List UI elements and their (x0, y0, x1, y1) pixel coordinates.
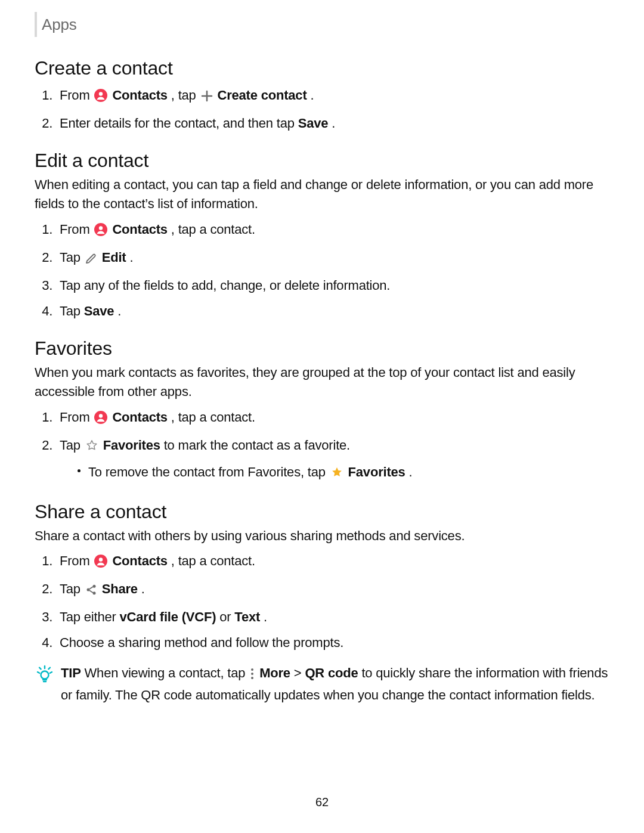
text: Enter details for the contact, and then … (60, 116, 298, 131)
text: Tap (60, 581, 84, 596)
text: . (117, 304, 121, 318)
svg-point-3 (99, 226, 103, 230)
plus-icon (201, 88, 213, 107)
text: Tap either (60, 609, 120, 624)
edit-lead: When editing a contact, you can tap a fi… (35, 175, 609, 213)
edit-steps: From Contacts , tap a contact. Tap Edit … (35, 219, 609, 321)
svg-point-5 (99, 414, 103, 417)
text: . (264, 609, 267, 624)
more-dots-icon (250, 665, 255, 685)
create-contact-label: Create contact (217, 88, 306, 103)
text: From (60, 222, 93, 237)
save-label: Save (298, 116, 329, 131)
svg-point-12 (251, 668, 253, 671)
svg-point-13 (251, 673, 253, 675)
lightbulb-icon (35, 664, 55, 690)
list-item: From Contacts , tap a contact. (56, 407, 609, 429)
heading-favorites: Favorites (35, 337, 609, 360)
text: to mark the contact as a favorite. (164, 438, 350, 453)
list-item: Tap Edit . (56, 247, 609, 270)
text: Tap (60, 304, 84, 318)
contacts-icon (94, 553, 107, 573)
edit-label: Edit (102, 250, 126, 265)
text: , tap (171, 88, 200, 103)
text: . (141, 581, 145, 596)
text: or (219, 609, 234, 624)
tip-block: TIP When viewing a contact, tap More > Q… (35, 663, 609, 705)
list-item: Tap Save . (56, 301, 609, 321)
list-item: From Contacts , tap a contact. (56, 219, 609, 241)
text: . (310, 88, 314, 103)
list-item: Tap any of the fields to add, change, or… (56, 275, 609, 295)
contacts-label: Contacts (112, 410, 168, 425)
text: . (332, 116, 335, 131)
star-filled-icon (330, 465, 343, 484)
text: . (129, 250, 133, 265)
share-steps: From Contacts , tap a contact. Tap Share… (35, 551, 609, 652)
create-steps: From Contacts , tap Create contact . Ent… (35, 85, 609, 133)
text: From (60, 88, 93, 103)
more-label: More (259, 665, 290, 680)
favorites-label: Favorites (348, 465, 405, 479)
svg-point-11 (41, 671, 49, 679)
text: . (409, 465, 413, 479)
contacts-label: Contacts (112, 222, 168, 237)
text: To remove the contact from Favorites, ta… (88, 465, 329, 479)
breadcrumb-bar (35, 12, 37, 37)
edit-pencil-icon (85, 250, 97, 270)
star-outline-icon (85, 438, 98, 457)
qr-code-label: QR code (305, 665, 358, 680)
text: Tap (60, 438, 84, 453)
breadcrumb: Apps (35, 12, 609, 37)
list-item: Tap Favorites to mark the contact as a f… (56, 435, 609, 484)
breadcrumb-label: Apps (42, 16, 76, 34)
svg-point-8 (86, 589, 89, 592)
favorites-steps: From Contacts , tap a contact. Tap Favor… (35, 407, 609, 484)
svg-point-7 (99, 558, 103, 562)
list-item: To remove the contact from Favorites, ta… (78, 462, 609, 484)
text: , tap a contact. (171, 222, 255, 237)
page-number: 62 (0, 795, 644, 809)
list-item: Tap Share . (56, 579, 609, 601)
list-item: From Contacts , tap a contact. (56, 551, 609, 573)
tip-text: TIP When viewing a contact, tap More > Q… (61, 663, 609, 705)
text: From (60, 553, 93, 568)
share-label: Share (102, 581, 138, 596)
contacts-icon (94, 410, 107, 429)
contacts-icon (94, 88, 107, 107)
favorites-lead: When you mark contacts as favorites, the… (35, 363, 609, 401)
text: > (294, 665, 305, 680)
contacts-label: Contacts (112, 553, 168, 568)
save-label: Save (84, 304, 114, 318)
heading-edit-contact: Edit a contact (35, 150, 609, 172)
favorites-label: Favorites (103, 438, 160, 453)
text: , tap a contact. (171, 553, 255, 568)
text-label: Text (234, 609, 260, 624)
svg-point-10 (92, 592, 95, 595)
heading-share-contact: Share a contact (35, 501, 609, 523)
list-item: From Contacts , tap Create contact . (56, 85, 609, 107)
share-lead: Share a contact with others by using var… (35, 527, 609, 546)
share-icon (85, 581, 97, 601)
vcard-label: vCard file (VCF) (120, 609, 216, 624)
heading-create-contact: Create a contact (35, 57, 609, 79)
svg-point-14 (251, 677, 253, 679)
list-item: Enter details for the contact, and then … (56, 113, 609, 133)
text: When viewing a contact, tap (85, 665, 249, 680)
tip-label: TIP (61, 665, 81, 680)
list-item: Choose a sharing method and follow the p… (56, 633, 609, 652)
text: Tap (60, 250, 84, 265)
svg-point-9 (92, 585, 95, 588)
contacts-icon (94, 222, 107, 241)
list-item: Tap either vCard file (VCF) or Text . (56, 607, 609, 627)
svg-point-1 (99, 92, 103, 95)
text: From (60, 410, 93, 425)
favorites-sublist: To remove the contact from Favorites, ta… (60, 462, 609, 484)
contacts-label: Contacts (112, 88, 168, 103)
text: , tap a contact. (171, 410, 255, 425)
